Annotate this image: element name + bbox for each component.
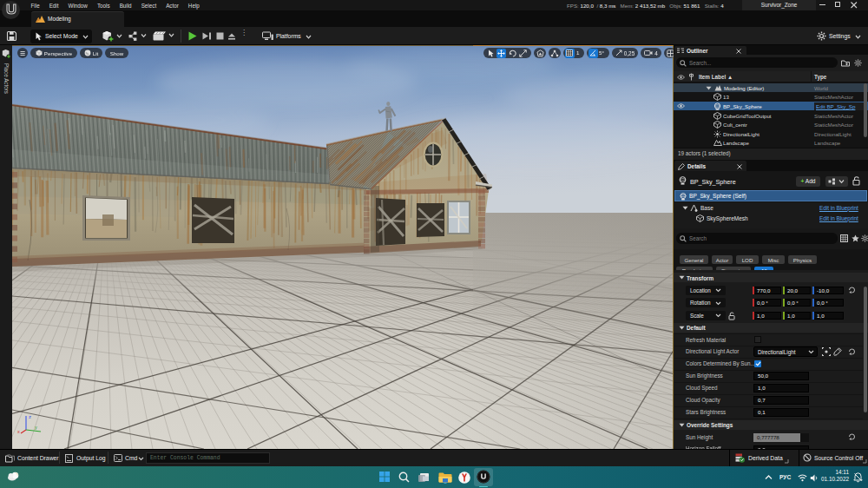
svg-text:y: y [35, 425, 37, 430]
svg-text:x: x [17, 429, 20, 434]
svg-text:z: z [29, 414, 31, 419]
